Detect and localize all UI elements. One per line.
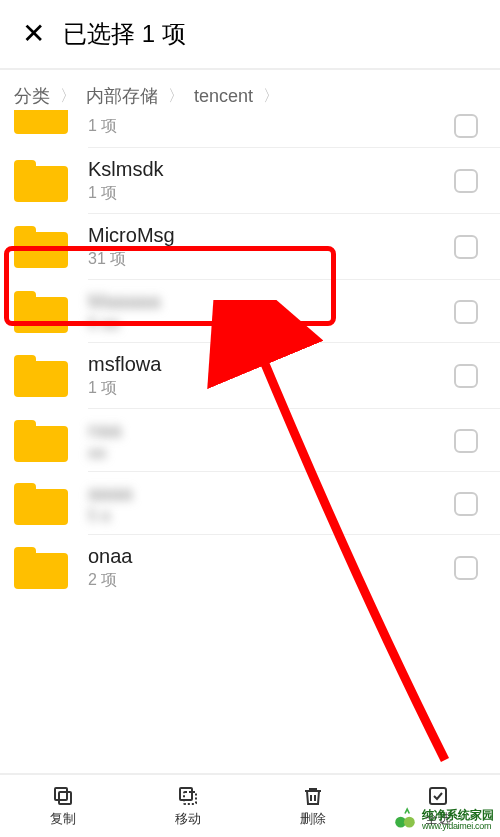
folder-icon [14, 547, 68, 589]
breadcrumb-item[interactable]: 内部存储 [86, 84, 158, 108]
svg-rect-2 [55, 788, 67, 800]
folder-list: 1 项 Kslmsdk 1 项 MicroMsg 31 项 Maaaaa 6 a… [0, 114, 500, 601]
svg-rect-1 [59, 792, 71, 804]
chevron-right-icon: 〉 [60, 86, 76, 107]
folder-sub: 31 项 [88, 249, 454, 270]
folder-name: MicroMsg [88, 224, 454, 247]
checkbox[interactable] [454, 300, 478, 324]
folder-name: naa [88, 419, 454, 442]
checkbox[interactable] [454, 114, 478, 138]
trash-icon [301, 784, 325, 808]
folder-name: Maaaaa [88, 290, 454, 313]
watermark-url: www.yidaimei.com [422, 822, 494, 831]
folder-icon [14, 355, 68, 397]
folder-icon [14, 160, 68, 202]
folder-icon [14, 420, 68, 462]
list-item[interactable]: 1 项 [0, 114, 500, 148]
folder-name: aaaa [88, 482, 454, 505]
list-item[interactable]: naa aa [0, 409, 500, 472]
folder-sub: 6 aa [88, 315, 454, 333]
folder-sub: 2 项 [88, 570, 454, 591]
copy-label: 复制 [50, 810, 76, 828]
folder-icon [14, 110, 68, 138]
folder-icon [14, 291, 68, 333]
move-icon [176, 784, 200, 808]
breadcrumb-item[interactable]: tencent [194, 86, 253, 107]
svg-rect-4 [180, 788, 192, 800]
list-item[interactable]: msflowa 1 项 [0, 343, 500, 409]
breadcrumb: 分类 〉 内部存储 〉 tencent 〉 [0, 70, 500, 114]
folder-name: Kslmsdk [88, 158, 454, 181]
close-icon[interactable]: ✕ [22, 20, 45, 48]
list-item[interactable]: aaaa 5 a [0, 472, 500, 535]
chevron-right-icon: 〉 [263, 86, 279, 107]
svg-rect-5 [430, 788, 446, 804]
move-label: 移动 [175, 810, 201, 828]
folder-icon [14, 226, 68, 268]
checkbox[interactable] [454, 556, 478, 580]
list-item[interactable]: onaa 2 项 [0, 535, 500, 601]
checkbox[interactable] [454, 169, 478, 193]
checkbox[interactable] [454, 364, 478, 388]
list-item[interactable]: Maaaaa 6 aa [0, 280, 500, 343]
checkbox[interactable] [454, 492, 478, 516]
header-title: 已选择 1 项 [63, 18, 186, 50]
delete-button[interactable]: 删除 [250, 775, 375, 837]
folder-name: onaa [88, 545, 454, 568]
breadcrumb-item[interactable]: 分类 [14, 84, 50, 108]
select-all-icon [426, 784, 450, 808]
copy-button[interactable]: 复制 [0, 775, 125, 837]
selection-header: ✕ 已选择 1 项 [0, 0, 500, 70]
folder-sub: 1 项 [88, 183, 454, 204]
folder-sub: aa [88, 444, 454, 462]
folder-icon [14, 483, 68, 525]
chevron-right-icon: 〉 [168, 86, 184, 107]
list-item[interactable]: Kslmsdk 1 项 [0, 148, 500, 214]
folder-sub: 1 项 [88, 378, 454, 399]
watermark-title: 纯净系统家园 [422, 809, 494, 822]
svg-rect-3 [184, 792, 196, 804]
checkbox[interactable] [454, 235, 478, 259]
folder-sub: 1 项 [88, 116, 454, 137]
folder-sub: 5 a [88, 507, 454, 525]
checkbox[interactable] [454, 429, 478, 453]
folder-name: msflowa [88, 353, 454, 376]
copy-icon [51, 784, 75, 808]
watermark: 纯净系统家园 www.yidaimei.com [392, 807, 494, 833]
list-item[interactable]: MicroMsg 31 项 [0, 214, 500, 280]
svg-point-7 [404, 817, 415, 828]
move-button[interactable]: 移动 [125, 775, 250, 837]
delete-label: 删除 [300, 810, 326, 828]
watermark-logo-icon [392, 807, 418, 833]
